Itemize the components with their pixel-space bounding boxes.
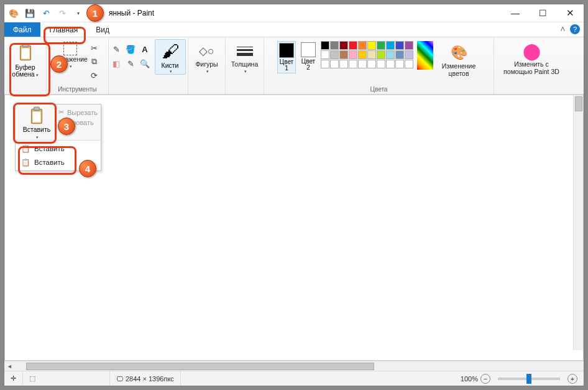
palette-swatch[interactable] [321,50,329,59]
zoom-slider[interactable] [498,378,560,380]
palette-swatch[interactable] [367,41,376,50]
zoom-icon[interactable]: 🔍 [139,57,151,70]
crop-icon[interactable]: ✂ [88,42,101,54]
brushes-button[interactable]: 🖌 Кисти ▾ [155,39,186,75]
palette-swatch[interactable] [339,60,348,68]
minimize-button[interactable]: — [502,4,529,22]
palette-swatch[interactable] [339,41,348,50]
group-paint3d: ⬤ Изменить с помощью Paint 3D [494,37,569,94]
paint3d-icon: ⬤ [522,42,541,60]
canvas-size: 🖵 2844 × 1396пкс [110,371,181,386]
palette-swatch[interactable] [330,60,339,68]
clipboard-button[interactable]: Буфер обмена▾ [7,39,44,84]
palette-swatch[interactable] [386,41,395,50]
shapes-button[interactable]: ◇○ Фигуры ▾ [191,39,223,74]
palette-swatch[interactable] [377,60,385,68]
collapse-ribbon-icon[interactable]: ᐱ [561,26,565,32]
cut-item: ✂Вырезать [58,108,98,116]
badge-4: 4 [79,160,96,177]
palette-swatch[interactable] [321,60,329,68]
palette-swatch[interactable] [405,41,413,50]
group-clipboard: Буфер обмена▾ [4,37,47,94]
color2-swatch [301,42,316,57]
svg-rect-1 [22,44,28,47]
scissors-icon: ✂ [58,108,64,116]
palette-swatch[interactable] [349,60,357,68]
palette-swatch[interactable] [358,60,367,68]
fill-icon[interactable]: 🪣 [124,43,137,55]
palette-swatch[interactable] [405,50,413,59]
save-icon[interactable]: 💾 [24,7,35,19]
crosshair-icon: ✛ [11,374,16,383]
picker-icon[interactable]: ✎ [124,57,137,70]
edit-colors-button[interactable]: 🎨 Изменение цветов [437,41,480,77]
color-palette [321,41,413,68]
group-tools-label: Инструменты [58,85,96,93]
zoom-in-button[interactable]: + [567,374,577,384]
palette-swatch[interactable] [367,50,376,59]
tab-file[interactable]: Файл [4,22,40,37]
palette-swatch[interactable] [395,60,404,68]
palette-swatch[interactable] [386,50,395,59]
palette-swatch[interactable] [330,41,339,50]
help-icon[interactable]: ? [570,24,580,34]
palette-swatch[interactable] [349,50,357,59]
palette-swatch[interactable] [367,60,376,68]
text-icon[interactable]: A [139,43,151,55]
palette-swatch[interactable] [349,41,357,50]
horizontal-scrollbar[interactable]: ◄ [4,361,584,371]
badge-2: 2 [50,55,68,73]
paste-button[interactable]: Вставить▾ [19,106,55,140]
palette-swatch[interactable] [330,50,339,59]
group-size: Толщина ▾ [226,37,264,94]
menu-tabs: Файл Главная Вид ᐱ ? [4,22,584,37]
pencil-icon[interactable]: ✎ [110,43,122,55]
palette-swatch[interactable] [321,41,329,50]
redo-icon[interactable]: ↷ [57,7,68,19]
palette-swatch[interactable] [405,60,413,68]
size-icon [236,42,254,60]
palette-swatch[interactable] [339,50,348,59]
tab-home[interactable]: Главная [40,22,88,37]
close-button[interactable]: ✕ [556,4,584,22]
color1-swatch [279,43,294,58]
selection-icon: ⬚ [29,374,35,383]
zoom-out-button[interactable]: − [480,374,490,384]
palette-swatch[interactable] [358,41,367,50]
svg-rect-4 [34,107,40,110]
zoom-controls: 100% − + [454,371,584,386]
qat-dropdown-icon[interactable]: ▾ [73,7,84,19]
badge-3: 3 [58,118,75,135]
size-button[interactable]: Толщина ▾ [229,39,260,74]
clipboard-label: Буфер обмена▾ [12,64,38,78]
status-bar: ✛ ⬚ 🖵 2844 × 1396пкс 100% − + [4,371,584,386]
maximize-button[interactable]: ☐ [529,4,556,22]
paint3d-button[interactable]: ⬤ Изменить с помощью Paint 3D [497,39,566,75]
group-tools: ✎ 🪣 A ◧ ✎ 🔍 [109,37,152,94]
group-shapes: ◇○ Фигуры ▾ [188,37,226,94]
paste-small-icon: 📋 [21,144,30,154]
resize-icon[interactable]: ⧉ [88,55,101,68]
ribbon: Буфер обмена▾ ...бражение ▾ ✂ ⧉ ⟳ Инстру… [4,37,584,95]
clipboard-icon [16,42,35,64]
palette-swatch[interactable] [395,41,404,50]
color2-button[interactable]: Цвет 2 [300,41,317,72]
eraser-icon[interactable]: ◧ [110,57,122,70]
brush-icon: 🖌 [162,41,179,62]
palette-swatch[interactable] [377,50,385,59]
cursor-position: ✛ [4,371,23,386]
svg-rect-2 [21,49,29,59]
undo-icon[interactable]: ↶ [40,7,52,19]
palette-swatch[interactable] [386,60,395,68]
menu-paste[interactable]: 📋 Вставить [17,142,99,156]
palette-swatch[interactable] [377,41,385,50]
quick-access-toolbar: 🎨 💾 ↶ ↷ ▾ [4,7,84,19]
vertical-scrollbar[interactable] [573,95,583,350]
svg-rect-5 [33,112,41,123]
color-spectrum [417,41,433,70]
rotate-icon[interactable]: ⟳ [88,69,101,81]
palette-swatch[interactable] [358,50,367,59]
color1-button[interactable]: Цвет 1 [277,41,296,73]
tab-view[interactable]: Вид [87,22,118,37]
palette-swatch[interactable] [395,50,404,59]
